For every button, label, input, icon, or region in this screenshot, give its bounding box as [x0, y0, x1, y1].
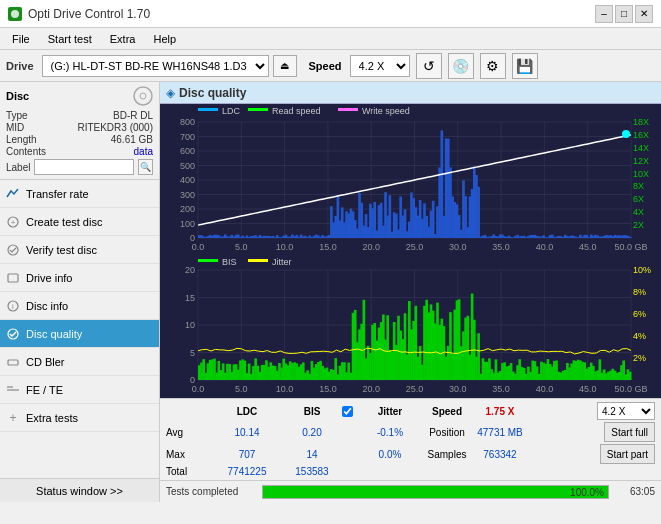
max-label: Max	[166, 449, 212, 460]
progress-time: 63:05	[615, 486, 655, 497]
disc-section-title: Disc	[6, 90, 29, 102]
settings-button[interactable]: ⚙	[480, 53, 506, 79]
stats-speed-select[interactable]: 4.2 X	[597, 402, 655, 420]
fe-te-icon	[6, 383, 20, 397]
minimize-button[interactable]: –	[595, 5, 613, 23]
menu-extra[interactable]: Extra	[102, 31, 144, 47]
right-panel: ◈ Disc quality LDC BIS Jitter Speed 1.75…	[160, 82, 661, 502]
create-test-disc-icon: +	[6, 215, 20, 229]
titlebar: Opti Drive Control 1.70 – □ ✕	[0, 0, 661, 28]
speed-label: Speed	[309, 60, 342, 72]
disc-button[interactable]: 💿	[448, 53, 474, 79]
bis-jitter-chart	[160, 256, 661, 398]
nav-extra-tests[interactable]: + Extra tests	[0, 404, 159, 432]
jitter-checkbox[interactable]	[342, 406, 353, 417]
disc-quality-icon	[6, 327, 20, 341]
nav-drive-info-label: Drive info	[26, 272, 72, 284]
disc-label-input[interactable]	[34, 159, 134, 175]
progress-label: Tests completed	[166, 486, 256, 497]
svg-point-5	[8, 245, 18, 255]
ldc-chart	[160, 104, 661, 256]
stats-speed-header: Speed	[422, 406, 472, 417]
progress-percent: 100.0%	[570, 486, 604, 500]
disc-label-search-button[interactable]: 🔍	[138, 159, 153, 175]
close-button[interactable]: ✕	[635, 5, 653, 23]
max-ldc: 707	[212, 449, 282, 460]
svg-point-1	[134, 87, 152, 105]
menu-help[interactable]: Help	[145, 31, 184, 47]
start-full-button[interactable]: Start full	[604, 422, 655, 442]
drivebar: Drive (G:) HL-DT-ST BD-RE WH16NS48 1.D3 …	[0, 50, 661, 82]
start-part-button[interactable]: Start part	[600, 444, 655, 464]
nav-verify-test-disc-label: Verify test disc	[26, 244, 97, 256]
disc-label-label: Label	[6, 162, 30, 173]
position-label: Position	[422, 427, 472, 438]
eject-button[interactable]: ⏏	[273, 55, 297, 77]
menubar: File Start test Extra Help	[0, 28, 661, 50]
disc-contents-value: data	[134, 146, 153, 157]
stats-ldc-header: LDC	[212, 406, 282, 417]
disc-mid-value: RITEKDR3 (000)	[77, 122, 153, 133]
position-value: 47731 MB	[472, 427, 528, 438]
app-icon	[8, 7, 22, 21]
nav-cd-bler[interactable]: CD Bler	[0, 348, 159, 376]
nav-fe-te[interactable]: FE / TE	[0, 376, 159, 404]
disc-length-label: Length	[6, 134, 37, 145]
menu-file[interactable]: File	[4, 31, 38, 47]
nav-disc-info-label: Disc info	[26, 300, 68, 312]
avg-ldc: 10.14	[212, 427, 282, 438]
stats-speed-value: 1.75 X	[472, 406, 528, 417]
svg-rect-6	[8, 274, 18, 282]
disc-mid-label: MID	[6, 122, 24, 133]
max-bis: 14	[282, 449, 342, 460]
maximize-button[interactable]: □	[615, 5, 633, 23]
avg-jitter: -0.1%	[358, 427, 422, 438]
refresh-button[interactable]: ↺	[416, 53, 442, 79]
disc-section: Disc Type BD-R DL MID RITEKDR3 (000) Len…	[0, 82, 159, 180]
svg-text:+: +	[9, 411, 16, 425]
transfer-rate-icon	[6, 187, 20, 201]
disc-mid-row: MID RITEKDR3 (000)	[6, 122, 153, 133]
max-jitter: 0.0%	[358, 449, 422, 460]
status-window-button[interactable]: Status window >>	[0, 478, 159, 502]
drive-label: Drive	[6, 60, 34, 72]
verify-test-disc-icon	[6, 243, 20, 257]
disc-length-row: Length 46.61 GB	[6, 134, 153, 145]
disc-type-label: Type	[6, 110, 28, 121]
avg-label: Avg	[166, 427, 212, 438]
nav-transfer-rate-label: Transfer rate	[26, 188, 89, 200]
disc-length-value: 46.61 GB	[111, 134, 153, 145]
stats-bis-header: BIS	[282, 406, 342, 417]
nav-disc-info[interactable]: i Disc info	[0, 292, 159, 320]
disc-type-value: BD-R DL	[113, 110, 153, 121]
extra-tests-icon: +	[6, 411, 20, 425]
disc-label-row: Label 🔍	[6, 159, 153, 175]
left-panel: Disc Type BD-R DL MID RITEKDR3 (000) Len…	[0, 82, 160, 502]
cd-bler-icon	[6, 355, 20, 369]
nav-transfer-rate[interactable]: Transfer rate	[0, 180, 159, 208]
progress-fill	[263, 486, 608, 498]
nav-fe-te-label: FE / TE	[26, 384, 63, 396]
samples-value: 763342	[472, 449, 528, 460]
main-area: Disc Type BD-R DL MID RITEKDR3 (000) Len…	[0, 82, 661, 502]
drive-info-icon	[6, 271, 20, 285]
nav-extra-tests-label: Extra tests	[26, 412, 78, 424]
svg-text:+: +	[11, 218, 16, 227]
nav-verify-test-disc[interactable]: Verify test disc	[0, 236, 159, 264]
total-ldc: 7741225	[212, 466, 282, 477]
save-button[interactable]: 💾	[512, 53, 538, 79]
chart-title-icon: ◈	[166, 86, 175, 100]
nav-disc-quality[interactable]: Disc quality	[0, 320, 159, 348]
speed-select[interactable]: 4.2 X	[350, 55, 410, 77]
menu-start-test[interactable]: Start test	[40, 31, 100, 47]
disc-type-row: Type BD-R DL	[6, 110, 153, 121]
nav-drive-info[interactable]: Drive info	[0, 264, 159, 292]
nav-cd-bler-label: CD Bler	[26, 356, 65, 368]
samples-label: Samples	[422, 449, 472, 460]
svg-point-2	[140, 93, 146, 99]
nav-create-test-disc[interactable]: + Create test disc	[0, 208, 159, 236]
chart-titlebar: ◈ Disc quality	[160, 82, 661, 104]
titlebar-left: Opti Drive Control 1.70	[8, 7, 150, 21]
app-title: Opti Drive Control 1.70	[28, 7, 150, 21]
drive-select[interactable]: (G:) HL-DT-ST BD-RE WH16NS48 1.D3	[42, 55, 269, 77]
